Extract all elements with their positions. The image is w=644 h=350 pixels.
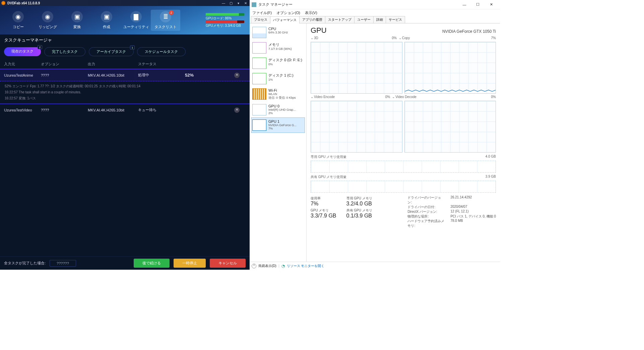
menu-file[interactable]: ファイル(F)	[252, 10, 272, 15]
gpu-mem-text: GPUメモリ: 3.3/4.0 GB	[206, 24, 244, 28]
dropdown-button[interactable]: ▾	[236, 1, 241, 5]
tab-current[interactable]: 現在のタスク2	[4, 47, 41, 56]
sidebar-memory[interactable]: メモリ7.1/7.9 GB (90%)	[251, 40, 305, 56]
continue-button[interactable]: 後で続ける	[134, 259, 170, 268]
chart-video-encode[interactable]	[311, 101, 402, 153]
dvdfab-title: DVDFab x64 11.0.8.9	[7, 1, 219, 5]
sidebar-cpu[interactable]: CPU64% 3.30 GHz	[251, 25, 305, 40]
sidebar-gpu1[interactable]: GPU 1NVIDIA GeForce G...7%	[251, 117, 305, 133]
sidebar-wifi[interactable]: Wi-FiWLAN送信: 0 受信: 0 Kbps	[251, 86, 305, 102]
minimize-button[interactable]: —	[458, 3, 471, 7]
close-button[interactable]: ✕	[485, 2, 498, 7]
tool-copy[interactable]: ◉コピー	[3, 11, 33, 29]
tm-tabs: プロセス パフォーマンス アプリの履歴 スタートアップ ユーザー 詳細 サービス	[250, 16, 500, 23]
resmon-icon: ◔	[281, 264, 285, 268]
dedicated-gpu-mem-chart[interactable]	[311, 161, 496, 173]
tool-create[interactable]: ▣作成	[92, 11, 121, 29]
col-status: ステータス	[138, 62, 185, 67]
sidebar-disk0[interactable]: ディスク 0 (D: F: E:)0%	[251, 56, 305, 71]
convert-icon: ▣	[71, 11, 83, 22]
sidebar-disk1[interactable]: ディスク 1 (C:)1%	[251, 71, 305, 86]
footer-label: 全タスクが完了した場合:	[4, 261, 46, 266]
chart-copy[interactable]	[404, 42, 496, 94]
tab-performance[interactable]: パフォーマンス	[270, 16, 300, 23]
col-option: オプション	[41, 62, 88, 67]
cancel-button[interactable]: キャンセル	[210, 259, 246, 268]
gpu-stats: GPUロード: 86% GPUメモリ: 3.3/4.0 GB	[206, 13, 246, 28]
tab-details[interactable]: 詳細	[373, 16, 386, 23]
gpu-load-text: GPUロード: 86%	[206, 16, 244, 20]
dvdfab-logo-icon	[1, 1, 5, 5]
tab-processes[interactable]: プロセス	[251, 16, 270, 23]
dvdfab-window: DVDFab x64 11.0.8.9 — ▢ ▾ ✕ ◉コピー ◉リッピング …	[0, 0, 250, 270]
cancel-task-button[interactable]: ✕	[234, 73, 240, 78]
tab-users[interactable]: ユーザー	[354, 16, 374, 23]
task-row[interactable]: UzureaTestAnime ???? MKV.AI.4K.H265.10bi…	[0, 69, 250, 81]
tab-app-history[interactable]: アプリの履歴	[299, 16, 325, 23]
maximize-button[interactable]: ☐	[471, 2, 485, 7]
disc-arrow-icon: ◉	[42, 11, 53, 22]
task-row[interactable]: UzureaTestVideo ???? MKV.AI.4K.H265.10bi…	[0, 104, 250, 116]
tab-done[interactable]: 完了したタスク	[44, 47, 85, 56]
tab-startup[interactable]: スタートアップ	[325, 16, 355, 23]
dvdfab-footer: 全タスクが完了した場合: ?????? 後で続ける 一時停止 キャンセル	[0, 256, 250, 270]
close-button[interactable]: ✕	[243, 1, 248, 5]
gpu-device: NVIDIA GeForce GTX 1050 Ti	[442, 29, 496, 34]
gpu-title: GPU	[311, 26, 442, 35]
section-title: タスクキューマネージャ	[0, 34, 250, 46]
tab-schedule[interactable]: スケジュールタスク	[137, 47, 186, 56]
expand-icon[interactable]: ⌃	[252, 264, 256, 268]
dvdfab-titlebar: DVDFab x64 11.0.8.9 — ▢ ▾ ✕	[0, 0, 250, 6]
tm-main: GPU NVIDIA GeForce GTX 1050 Ti ⌄3D0%⌄Cop…	[307, 23, 500, 262]
tab-archive[interactable]: アーカイブタスク1	[89, 47, 134, 56]
tm-title-text: タスク マネージャー	[258, 2, 458, 7]
tool-convert[interactable]: ▣変換	[62, 11, 92, 29]
tab-services[interactable]: サービス	[386, 16, 405, 23]
taskmanager-icon	[252, 2, 256, 7]
tm-sidebar: CPU64% 3.30 GHz メモリ7.1/7.9 GB (90%) ディスク…	[250, 23, 307, 262]
sidebar-gpu0[interactable]: GPU 0Intel(R) UHD Grap...2%	[251, 102, 305, 117]
shared-gpu-mem-chart[interactable]	[311, 181, 496, 193]
taskmanager-window: タスク マネージャー — ☐ ✕ ファイル(F) オプション(O) 表示(V) …	[250, 0, 500, 270]
minimize-button[interactable]: —	[221, 1, 226, 5]
task-count-badge: 2	[169, 10, 174, 15]
maximize-button[interactable]: ▢	[228, 1, 234, 5]
col-output: 出力	[88, 62, 138, 67]
dvdfab-toolbar: ◉コピー ◉リッピング ▣変換 ▣作成 ▇ユーティリティ ≣ タスクリスト 2 …	[0, 6, 250, 34]
menu-options[interactable]: オプション(O)	[276, 10, 300, 15]
menu-view[interactable]: 表示(V)	[305, 10, 317, 15]
tm-titlebar: タスク マネージャー — ☐ ✕	[250, 0, 500, 9]
task-tabs: 現在のタスク2 完了したタスク アーカイブタスク1 スケジュールタスク	[0, 46, 250, 60]
chart-video-decode[interactable]	[404, 101, 496, 153]
disc-icon: ◉	[12, 11, 24, 22]
tm-menubar: ファイル(F) オプション(O) 表示(V)	[250, 9, 500, 16]
chart-3d[interactable]	[311, 42, 402, 94]
after-complete-select[interactable]: ??????	[50, 260, 76, 267]
task-columns: 入力元 オプション 出力 ステータス	[0, 60, 250, 69]
create-icon: ▣	[101, 11, 112, 22]
cancel-task-button[interactable]: ✕	[234, 107, 240, 113]
tm-footer: ⌃ 簡易表示(D) | ◔ リソース モニターを開く	[250, 262, 500, 270]
open-resmon-link[interactable]: リソース モニターを開く	[287, 264, 325, 268]
task-log: 52% エンコード Fps: 1.77 ??: 1/2 タスクの経過時間: 00…	[0, 81, 250, 104]
tool-tasklist[interactable]: ≣ タスクリスト 2	[151, 10, 180, 31]
col-source: 入力元	[4, 62, 41, 67]
gpu-stats-block: 使用率7% GPU メモリ3.3/7.9 GB 専用 GPU メモリ3.2/4.…	[311, 195, 496, 228]
pause-button[interactable]: 一時停止	[174, 259, 206, 268]
tool-ripping[interactable]: ◉リッピング	[33, 11, 62, 29]
simple-view-link[interactable]: 簡易表示(D)	[258, 264, 276, 268]
tool-utility[interactable]: ▇ユーティリティ	[121, 11, 151, 29]
folder-icon: ▇	[130, 11, 142, 22]
